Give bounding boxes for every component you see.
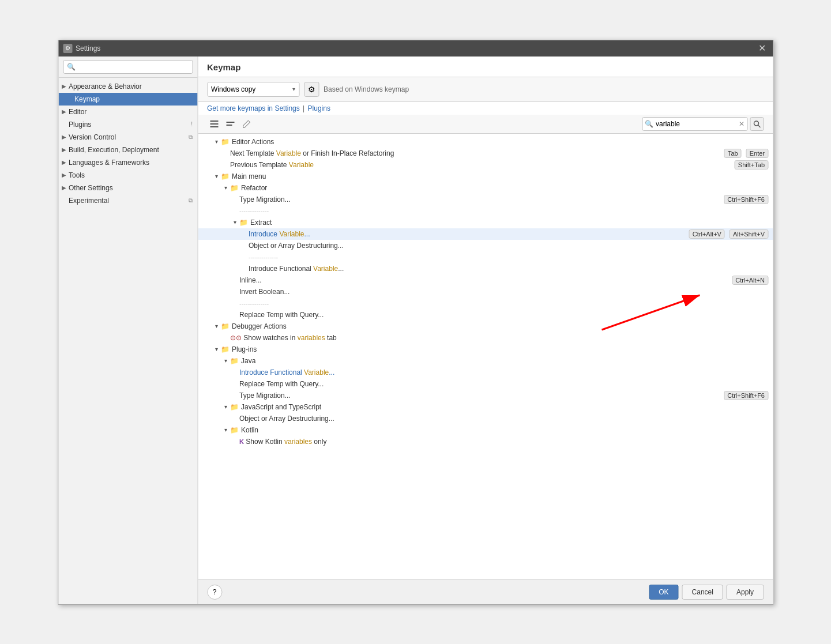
sidebar-item-plugins[interactable]: ▶ Plugins ! (58, 118, 197, 131)
find-in-path-button[interactable] (750, 117, 764, 131)
tree-label: Previous Template Variable (230, 161, 732, 169)
tree-row[interactable]: Replace Temp with Query... (198, 309, 773, 321)
tree-row[interactable]: Replace Temp with Query... (198, 378, 773, 390)
shortcut-badge: Ctrl+Alt+V (689, 229, 725, 239)
sidebar-search-input[interactable] (63, 60, 193, 74)
tree-label: JavaScript and TypeScript (241, 403, 768, 411)
edit-button[interactable] (239, 117, 253, 131)
tree-row[interactable]: ⊙⊙ Show watches in variables tab (198, 332, 773, 344)
tree-label: Extract (250, 219, 768, 227)
tree-row[interactable]: Object or Array Destructuring... (198, 413, 773, 424)
tree-label: Plug-ins (232, 345, 768, 353)
tree-toggle[interactable]: ▾ (212, 138, 221, 145)
keymap-dropdown-value: Windows copy (211, 85, 255, 93)
chevron-down-icon: ▾ (292, 86, 295, 92)
tree-label: Introduce Functional Variable... (249, 265, 768, 273)
sidebar-nav: ▶ Appearance & Behavior Keymap ▶ Editor … (58, 78, 197, 604)
svg-rect-1 (210, 123, 218, 125)
tree-row: -------------- (198, 297, 773, 309)
tree-toggle[interactable]: ▾ (221, 357, 230, 364)
tree-label: ⊙⊙ Show watches in variables tab (230, 334, 768, 342)
collapse-all-button[interactable] (223, 117, 237, 131)
tree-label: Type Migration... (239, 195, 721, 204)
tree-row[interactable]: ▾ 📁 Kotlin (198, 424, 773, 436)
separator-line: -------------- (239, 208, 768, 214)
folder-icon: 📁 (221, 172, 230, 180)
keymap-dropdown[interactable]: Windows copy ▾ (207, 82, 299, 97)
vcs-icon: ⧉ (189, 134, 193, 141)
tree-toggle[interactable]: ▾ (221, 404, 230, 410)
tree-row[interactable]: ▾ 📁 Main menu (198, 171, 773, 182)
tree-row[interactable]: ▾ 📁 Plug-ins (198, 344, 773, 355)
keymap-gear-button[interactable]: ⚙ (304, 82, 319, 97)
tree-row[interactable]: ▾ 📁 JavaScript and TypeScript (198, 401, 773, 413)
sidebar-item-appearance[interactable]: ▶ Appearance & Behavior (58, 80, 197, 93)
tree-row[interactable]: Object or Array Destructuring... (198, 240, 773, 251)
tree-toggle[interactable]: ▾ (212, 346, 221, 352)
help-button[interactable]: ? (207, 585, 222, 600)
sidebar-item-build[interactable]: ▶ Build, Execution, Deployment (58, 144, 197, 156)
tree-row[interactable]: Invert Boolean... (198, 286, 773, 297)
tree-label: Main menu (232, 172, 768, 180)
tree-row[interactable]: ▾ 📁 Refactor (198, 182, 773, 194)
tree-row[interactable]: Previous Template Variable Shift+Tab (198, 159, 773, 171)
separator-line: -------------- (249, 254, 768, 261)
clear-search-button[interactable]: ✕ (739, 120, 744, 128)
sidebar-item-version-control[interactable]: ▶ Version Control ⧉ (58, 131, 197, 144)
folder-icon: 📁 (221, 322, 230, 330)
sidebar-item-editor[interactable]: ▶ Editor (58, 106, 197, 118)
tree-label: K Show Kotlin variables only (239, 438, 768, 446)
tree-row[interactable]: Inline... Ctrl+Alt+N (198, 274, 773, 286)
tree-row[interactable]: Type Migration... Ctrl+Shift+F6 (198, 390, 773, 401)
sidebar-item-experimental[interactable]: ▶ Experimental ⧉ (58, 194, 197, 207)
svg-rect-3 (226, 122, 234, 123)
tree-container[interactable]: ▾ 📁 Editor Actions Next Template Variabl… (198, 134, 773, 579)
close-button[interactable]: ✕ (756, 43, 768, 54)
tree-row[interactable]: K Show Kotlin variables only (198, 436, 773, 447)
tree-shortcuts: Ctrl+Alt+V Alt+Shift+V (687, 229, 768, 239)
tree-row[interactable]: Introduce Functional Variable... (198, 263, 773, 274)
keymap-controls: Windows copy ▾ ⚙ Based on Windows keymap (198, 77, 773, 102)
svg-rect-0 (210, 120, 218, 122)
folder-icon: 📁 (230, 357, 239, 365)
tree-row[interactable]: Introduce Functional Variable... (198, 367, 773, 378)
tree-toggle[interactable]: ▾ (212, 323, 221, 329)
link-separator: | (303, 104, 306, 112)
tree-toggle[interactable]: ▾ (221, 184, 230, 191)
tree-row[interactable]: ▾ 📁 Java (198, 355, 773, 367)
shortcut-badge: Ctrl+Shift+F6 (724, 391, 768, 400)
tree-row[interactable]: Next Template Variable or Finish In-Plac… (198, 148, 773, 159)
search-input[interactable] (656, 120, 736, 128)
expand-all-button[interactable] (207, 117, 221, 131)
tree-label: Type Migration... (239, 391, 721, 400)
tree-toggle[interactable]: ▾ (221, 427, 230, 433)
tree-label: Debugger Actions (232, 322, 768, 330)
tree-label: Kotlin (241, 426, 768, 434)
sidebar-item-tools[interactable]: ▶ Tools (58, 169, 197, 182)
sidebar-item-keymap[interactable]: Keymap (58, 93, 197, 106)
apply-button[interactable]: Apply (727, 585, 764, 600)
plugins-link[interactable]: Plugins (308, 104, 330, 112)
shortcut-badge: Shift+Tab (735, 160, 768, 170)
ok-button[interactable]: OK (649, 585, 678, 600)
cancel-button[interactable]: Cancel (682, 585, 723, 600)
tree-toggle[interactable]: ▾ (212, 173, 221, 179)
tree-row[interactable]: ▾ 📁 Debugger Actions (198, 321, 773, 332)
tree-shortcuts: Ctrl+Shift+F6 (721, 195, 768, 204)
tree-toggle[interactable]: ▾ (230, 219, 239, 225)
highlight-span: Variable (279, 230, 304, 238)
arrow-icon: ▶ (62, 159, 66, 165)
tree-row[interactable]: Introduce Variable... Ctrl+Alt+V Alt+Shi… (198, 228, 773, 240)
kotlin-icon: K (239, 438, 244, 445)
tree-row[interactable]: ▾ 📁 Editor Actions (198, 136, 773, 148)
tree-row[interactable]: ▾ 📁 Extract (198, 217, 773, 228)
keymap-links: Get more keymaps in Settings | Plugins (198, 102, 773, 115)
tree-row[interactable]: Type Migration... Ctrl+Shift+F6 (198, 194, 773, 205)
sidebar-item-other[interactable]: ▶ Other Settings (58, 182, 197, 194)
sidebar-item-languages[interactable]: ▶ Languages & Frameworks (58, 156, 197, 169)
tree-row: -------------- (198, 251, 773, 263)
search-box: 🔍 ✕ (642, 117, 747, 131)
find-icon (753, 120, 761, 128)
get-more-keymaps-link[interactable]: Get more keymaps in Settings (207, 104, 300, 112)
tree-label: Replace Temp with Query... (239, 380, 768, 388)
